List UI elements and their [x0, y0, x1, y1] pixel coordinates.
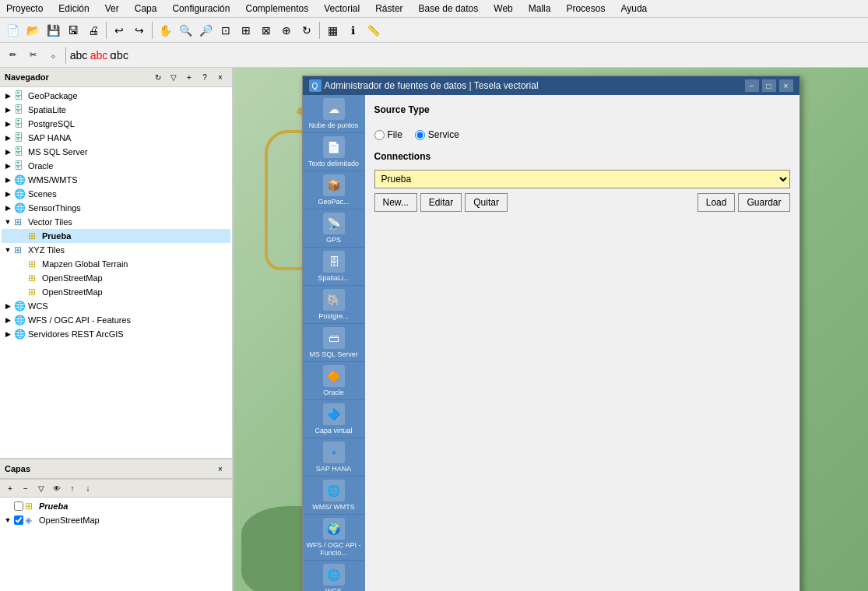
tree-item-prueba[interactable]: ⊞Prueba [2, 229, 230, 243]
file-radio[interactable] [374, 130, 385, 140]
redo-btn[interactable]: ↪ [130, 21, 149, 40]
tree-expand-vectortiles[interactable]: ▼ [3, 218, 12, 226]
identify-btn[interactable]: ℹ [343, 21, 362, 40]
tree-item-wfs[interactable]: ▶🌐WFS / OGC API - Features [2, 313, 230, 327]
sidebar-item-mssql2[interactable]: 🗃MS SQL Server [303, 324, 365, 362]
menu-ver[interactable]: Ver [102, 2, 122, 16]
tree-expand-sensorthings[interactable]: ▶ [3, 204, 12, 212]
layers-close-btn[interactable]: × [213, 462, 227, 476]
layers-up-btn[interactable]: ↑ [65, 481, 79, 495]
menu-web[interactable]: Web [490, 2, 515, 16]
node-btn[interactable]: ⬦ [44, 46, 62, 65]
print-btn[interactable]: 🖨 [84, 21, 103, 40]
service-radio[interactable] [415, 130, 425, 140]
refresh-btn[interactable]: ↻ [297, 21, 316, 40]
sidebar-item-postgres[interactable]: 🐘Postgre... [303, 286, 365, 324]
sidebar-item-wfsogc[interactable]: 🌍WFS / OGC API - Funcio... [303, 515, 365, 561]
file-radio-option[interactable]: File [374, 129, 402, 140]
edit-btn[interactable]: ✂ [23, 46, 42, 65]
dialog-maximize-btn[interactable]: □ [762, 79, 776, 92]
menu-edicion[interactable]: Edición [55, 2, 92, 16]
sidebar-item-capavirtual[interactable]: 🔷Capa virtual [303, 400, 365, 438]
tree-item-sensorthings[interactable]: ▶🌐SensorThings [2, 201, 230, 215]
tree-expand-postgresql[interactable]: ▶ [3, 120, 12, 128]
layer-item-prueba-layer[interactable]: ⊞Prueba [2, 499, 230, 513]
tree-expand-wcs[interactable]: ▶ [3, 302, 12, 310]
dialog-minimize-btn[interactable]: − [745, 79, 759, 92]
tree-expand-wfs[interactable]: ▶ [3, 316, 12, 324]
sidebar-item-wcs2[interactable]: 🌐WCS [303, 561, 365, 591]
menu-configuracion[interactable]: Configuración [169, 2, 233, 16]
nav-close-btn[interactable]: × [213, 70, 227, 84]
tree-item-oracle[interactable]: ▶🗄Oracle [2, 159, 230, 173]
tree-item-vectortiles[interactable]: ▼⊞Vector Tiles [2, 215, 230, 229]
digitize-btn[interactable]: ✏ [3, 46, 22, 65]
tree-item-scenes[interactable]: ▶🌐Scenes [2, 187, 230, 201]
tree-expand-wmswmts[interactable]: ▶ [3, 176, 12, 184]
layer-item-osm-layer[interactable]: ▼◈OpenStreetMap [2, 513, 230, 527]
connection-select[interactable]: Prueba [374, 170, 790, 188]
tree-expand-restarcgis[interactable]: ▶ [3, 330, 12, 338]
sidebar-item-spatiali[interactable]: 🗄SpatiaLi... [303, 248, 365, 286]
map-area[interactable]: Segurilla Q Administrador de fuentes de … [234, 68, 868, 591]
zoom-selection-btn[interactable]: ⊠ [257, 21, 276, 40]
measure-btn[interactable]: 📏 [364, 21, 382, 40]
tree-expand-spatialite[interactable]: ▶ [3, 106, 12, 114]
sidebar-item-texto[interactable]: 📄Texto delimitado [303, 133, 365, 171]
nav-refresh-btn[interactable]: ↻ [151, 70, 165, 84]
layers-eye-btn[interactable]: 👁 [50, 481, 64, 495]
edit-connection-btn[interactable]: Editar [420, 193, 462, 212]
tree-item-osm1[interactable]: ⊞OpenStreetMap [2, 271, 230, 285]
pan-btn[interactable]: ✋ [156, 21, 174, 40]
sidebar-item-oracle2[interactable]: 🔶Oracle [303, 362, 365, 400]
load-btn[interactable]: Load [698, 193, 736, 212]
open-btn[interactable]: 📂 [23, 21, 42, 40]
menu-malla[interactable]: Malla [525, 2, 554, 16]
menu-procesos[interactable]: Procesos [563, 2, 608, 16]
tree-item-mssql[interactable]: ▶🗄MS SQL Server [2, 145, 230, 159]
layer-visible-osm-layer[interactable] [14, 515, 23, 525]
select-btn[interactable]: ▦ [323, 21, 342, 40]
zoom-out-btn[interactable]: 🔎 [196, 21, 215, 40]
sidebar-item-nube[interactable]: ☁Nube de puntos [303, 95, 365, 133]
menu-raster[interactable]: Ráster [372, 2, 406, 16]
tree-item-restarcgis[interactable]: ▶🌐Servidores REST ArcGIS [2, 327, 230, 341]
layers-remove-btn[interactable]: − [19, 481, 33, 495]
tree-expand-oracle[interactable]: ▶ [3, 162, 12, 170]
layers-filter-btn[interactable]: ▽ [34, 481, 48, 495]
menu-capa[interactable]: Capa [132, 2, 160, 16]
menu-complementos[interactable]: Complementos [242, 2, 311, 16]
dialog-close-btn[interactable]: × [779, 79, 793, 92]
tree-item-spatialite[interactable]: ▶🗄SpatiaLite [2, 103, 230, 117]
tree-item-postgresql[interactable]: ▶🗄PostgreSQL [2, 117, 230, 131]
guardar-btn[interactable]: Guardar [738, 193, 789, 212]
tree-item-osm2[interactable]: ⊞OpenStreetMap [2, 285, 230, 299]
sidebar-item-saphana2[interactable]: 🔹SAP HANA [303, 438, 365, 477]
tree-item-geopackage[interactable]: ▶🗄GeoPackage [2, 89, 230, 103]
tree-expand-mssql[interactable]: ▶ [3, 148, 12, 156]
service-radio-option[interactable]: Service [415, 129, 459, 140]
zoom-in-btn[interactable]: 🔍 [176, 21, 195, 40]
zoom-extent-btn[interactable]: ⊡ [216, 21, 235, 40]
layers-down-btn[interactable]: ↓ [81, 481, 95, 495]
tree-expand-saphana[interactable]: ▶ [3, 134, 12, 142]
sidebar-item-gps[interactable]: 📡GPS [303, 209, 365, 248]
nav-info-btn[interactable]: ? [198, 70, 212, 84]
label-btn[interactable]: abc [69, 46, 88, 65]
tree-item-wcs[interactable]: ▶🌐WCS [2, 299, 230, 313]
nav-filter-btn[interactable]: ▽ [167, 70, 181, 84]
menu-proyecto[interactable]: Proyecto [3, 2, 46, 16]
new-project-btn[interactable]: 📄 [3, 21, 22, 40]
tree-item-mapzen[interactable]: ⊞Mapzen Global Terrain [2, 257, 230, 271]
remove-connection-btn[interactable]: Quitar [465, 193, 508, 212]
menu-basedatos[interactable]: Base de datos [416, 2, 482, 16]
menu-vectorial[interactable]: Vectorial [321, 2, 363, 16]
tree-expand-geopackage[interactable]: ▶ [3, 92, 12, 100]
tree-expand-xyztiles[interactable]: ▼ [3, 246, 12, 254]
undo-btn[interactable]: ↩ [110, 21, 128, 40]
new-connection-btn[interactable]: New... [374, 193, 417, 212]
tree-item-xyztiles[interactable]: ▼⊞XYZ Tiles [2, 243, 230, 257]
nav-add-btn[interactable]: + [182, 70, 196, 84]
pan-to-selection-btn[interactable]: ⊕ [277, 21, 296, 40]
sidebar-item-wmswmts2[interactable]: 🌐WMS/ WMTS [303, 477, 365, 515]
